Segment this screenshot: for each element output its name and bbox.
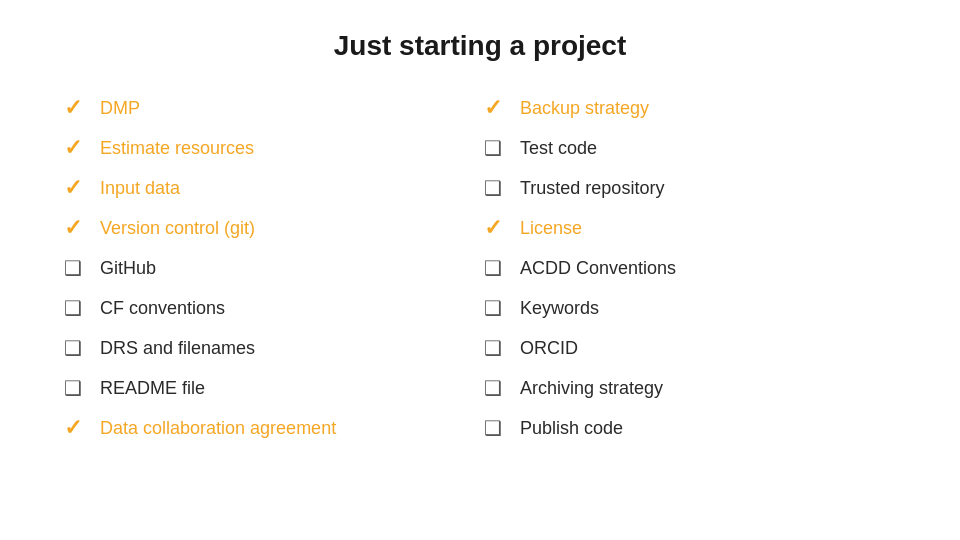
item-label: DRS and filenames [100, 338, 255, 359]
left-column: ✓DMP✓Estimate resources✓Input data✓Versi… [60, 90, 480, 510]
list-item-cf-conventions: ❑CF conventions [60, 290, 480, 326]
list-item-test-code: ❑Test code [480, 130, 900, 166]
item-label: Publish code [520, 418, 623, 439]
check-icon: ✓ [60, 215, 86, 241]
list-item-drs-filenames: ❑DRS and filenames [60, 330, 480, 366]
square-icon: ❑ [480, 335, 506, 361]
item-label: License [520, 218, 582, 239]
list-item-publish-code: ❑Publish code [480, 410, 900, 446]
list-item-backup-strategy: ✓Backup strategy [480, 90, 900, 126]
list-item-orcid: ❑ORCID [480, 330, 900, 366]
item-label: Data collaboration agreement [100, 418, 336, 439]
square-icon: ❑ [60, 335, 86, 361]
item-label: Estimate resources [100, 138, 254, 159]
item-label: Archiving strategy [520, 378, 663, 399]
check-icon: ✓ [60, 95, 86, 121]
square-icon: ❑ [480, 255, 506, 281]
square-icon: ❑ [60, 295, 86, 321]
check-icon: ✓ [60, 175, 86, 201]
check-icon: ✓ [60, 415, 86, 441]
list-item-data-collaboration: ✓Data collaboration agreement [60, 410, 480, 446]
list-item-license: ✓License [480, 210, 900, 246]
list-item-input-data: ✓Input data [60, 170, 480, 206]
item-label: ORCID [520, 338, 578, 359]
square-icon: ❑ [480, 135, 506, 161]
check-icon: ✓ [480, 215, 506, 241]
square-icon: ❑ [480, 175, 506, 201]
square-icon: ❑ [480, 375, 506, 401]
list-item-keywords: ❑Keywords [480, 290, 900, 326]
item-label: Version control (git) [100, 218, 255, 239]
list-item-estimate-resources: ✓Estimate resources [60, 130, 480, 166]
square-icon: ❑ [60, 375, 86, 401]
item-label: GitHub [100, 258, 156, 279]
item-label: CF conventions [100, 298, 225, 319]
item-label: README file [100, 378, 205, 399]
columns-container: ✓DMP✓Estimate resources✓Input data✓Versi… [60, 90, 900, 510]
list-item-acdd-conventions: ❑ACDD Conventions [480, 250, 900, 286]
list-item-trusted-repository: ❑Trusted repository [480, 170, 900, 206]
page: Just starting a project ✓DMP✓Estimate re… [0, 0, 960, 540]
list-item-archiving-strategy: ❑Archiving strategy [480, 370, 900, 406]
square-icon: ❑ [480, 295, 506, 321]
square-icon: ❑ [480, 415, 506, 441]
item-label: Test code [520, 138, 597, 159]
item-label: ACDD Conventions [520, 258, 676, 279]
square-icon: ❑ [60, 255, 86, 281]
check-icon: ✓ [480, 95, 506, 121]
item-label: Trusted repository [520, 178, 664, 199]
page-title: Just starting a project [60, 30, 900, 62]
item-label: DMP [100, 98, 140, 119]
item-label: Keywords [520, 298, 599, 319]
item-label: Input data [100, 178, 180, 199]
list-item-readme-file: ❑README file [60, 370, 480, 406]
check-icon: ✓ [60, 135, 86, 161]
right-column: ✓Backup strategy❑Test code❑Trusted repos… [480, 90, 900, 510]
list-item-github: ❑GitHub [60, 250, 480, 286]
list-item-version-control: ✓Version control (git) [60, 210, 480, 246]
list-item-dmp: ✓DMP [60, 90, 480, 126]
item-label: Backup strategy [520, 98, 649, 119]
